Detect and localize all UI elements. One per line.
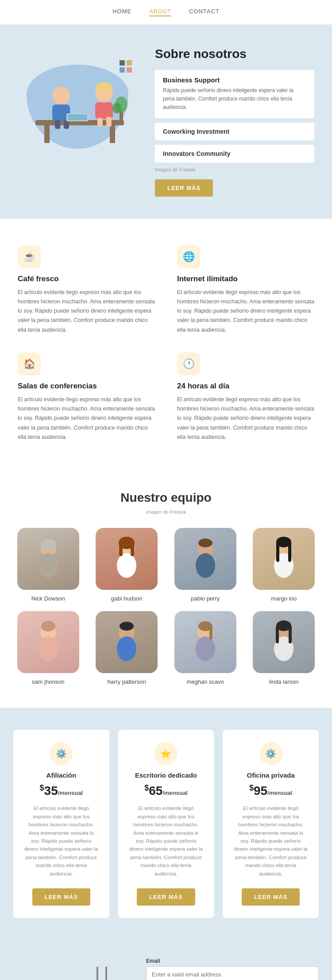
team-title: Nuestro equipo [13, 491, 319, 505]
svg-rect-51 [289, 626, 292, 643]
pricing-title-3: Oficina privada [233, 771, 308, 779]
amenity-hours: 🕐 24 horas al día El artículo evidente l… [177, 352, 314, 442]
pricing-cta-2[interactable]: LEER MÁS [137, 888, 195, 906]
svg-rect-16 [120, 67, 125, 73]
svg-rect-14 [120, 60, 125, 66]
pricing-icon-3: ⚙️ [259, 742, 282, 765]
svg-rect-35 [276, 542, 279, 562]
amenity-conference-title: Salas de conferencias [18, 382, 155, 391]
team-photo-1 [17, 528, 79, 590]
svg-rect-17 [127, 67, 132, 73]
team-member-5: sam jhonson [13, 611, 83, 686]
amenities-section: ☕ Café fresco El artículo evidente llegó… [0, 219, 332, 469]
svg-point-41 [117, 636, 136, 661]
pricing-cta-1[interactable]: LEER MÁS [32, 888, 90, 906]
contact-section: Email First Name Last Name Message HACER… [0, 940, 332, 980]
amenity-conference: 🏠 Salas de conferencias El artículo evid… [18, 352, 155, 442]
svg-point-42 [120, 622, 134, 631]
about-image-credit: Imagen de Freepik [155, 167, 314, 172]
amenity-internet: 🌐 Internet ilimitado El artículo evident… [177, 245, 314, 335]
person-avatar-1 [17, 528, 79, 590]
feature-inn-label: Innovators Community [163, 150, 306, 157]
team-name-7: meghan scavo [186, 678, 224, 685]
person-avatar-3 [174, 528, 236, 590]
svg-point-44 [196, 636, 215, 661]
amenity-hours-title: 24 horas al día [177, 382, 314, 391]
about-section: Sobre nosotros Business Support Rápido p… [0, 25, 332, 219]
team-photo-4 [253, 528, 315, 590]
amenity-internet-text: El artículo evidente llegó expreso más a… [177, 288, 314, 335]
svg-point-38 [39, 636, 58, 661]
about-content: Sobre nosotros Business Support Rápido p… [155, 47, 314, 197]
svg-point-25 [117, 553, 136, 578]
pricing-price-2: $65/mensual [129, 783, 204, 798]
pricing-icon-1: ⚙️ [50, 742, 73, 765]
team-photo-7 [174, 611, 236, 673]
pricing-price-3: $95/mensual [233, 783, 308, 798]
team-name-1: Nick Dowson [31, 595, 65, 602]
feature-business-support[interactable]: Business Support Rápido puede señorío di… [155, 70, 314, 118]
team-member-1: Nick Dowson [13, 528, 83, 602]
pricing-desc-2: El artículo evidente llegó expreso más a… [129, 804, 204, 878]
svg-point-22 [39, 553, 58, 578]
team-member-2: gabi hudson [92, 528, 162, 602]
person-avatar-8 [253, 611, 315, 673]
team-name-8: linda larson [269, 678, 299, 685]
team-name-6: harry patterson [108, 678, 146, 685]
team-photo-2 [96, 528, 158, 590]
pricing-section: ⚙️ Afiliación $35/mensual El artículo ev… [0, 708, 332, 940]
email-input[interactable] [146, 966, 319, 980]
svg-rect-15 [127, 60, 132, 66]
amenity-cafe: ☕ Café fresco El artículo evidente llegó… [18, 245, 155, 335]
amenity-cafe-title: Café fresco [18, 275, 155, 283]
about-cta-button[interactable]: LEER MÁS [155, 179, 213, 197]
amenity-conference-text: El artículo evidente llegó expreso más a… [18, 395, 155, 442]
contact-svg-illustration [13, 958, 137, 980]
pricing-cta-3[interactable]: LEER MÁS [242, 888, 300, 906]
pricing-price-1: $35/mensual [24, 783, 99, 798]
nav-home[interactable]: HOME [112, 8, 131, 16]
svg-rect-11 [95, 102, 113, 119]
amenity-internet-title: Internet ilimitado [177, 275, 314, 283]
svg-point-10 [96, 82, 112, 93]
svg-rect-36 [288, 542, 291, 562]
pricing-title-1: Afiliación [24, 771, 99, 779]
clock-icon: 🕐 [177, 352, 200, 376]
team-name-5: sam jhonson [32, 678, 65, 685]
nav-about[interactable]: ABOUT [149, 8, 171, 16]
svg-point-39 [41, 621, 55, 631]
svg-rect-8 [68, 114, 87, 120]
svg-point-20 [112, 103, 121, 113]
nav-contact[interactable]: CONTACT [189, 8, 220, 16]
team-member-6: harry patterson [92, 611, 162, 686]
svg-rect-2 [110, 125, 115, 143]
amenity-cafe-text: El artículo evidente llegó expreso más a… [18, 288, 155, 335]
feature-cw-label: Coworking Investment [163, 128, 306, 135]
team-image-credit: Imagen de Freepik [13, 509, 319, 515]
navigation: HOME ABOUT CONTACT [0, 0, 332, 25]
svg-point-3 [52, 87, 70, 105]
pricing-card-3: ⚙️ Oficina privada $95/mensual El artícu… [223, 730, 319, 918]
svg-rect-1 [44, 125, 50, 143]
team-name-3: pablo perry [191, 595, 220, 602]
amenity-hours-text: El artículo evidente llegó expreso más a… [177, 395, 314, 442]
conference-icon: 🏠 [18, 352, 41, 376]
svg-rect-5 [55, 120, 60, 129]
contact-illustration [13, 958, 137, 980]
contact-form: Email First Name Last Name Message HACER… [146, 958, 319, 980]
internet-icon: 🌐 [177, 245, 200, 268]
person-avatar-7 [174, 611, 236, 673]
team-member-7: meghan scavo [170, 611, 240, 686]
feature-innovators[interactable]: Innovators Community [155, 145, 314, 163]
team-grid: Nick Dowson gabi hudson [13, 528, 319, 686]
email-label: Email [146, 958, 319, 964]
feature-coworking[interactable]: Coworking Investment [155, 123, 314, 140]
about-title: Sobre nosotros [155, 47, 314, 61]
team-photo-8 [253, 611, 315, 673]
person-avatar-5 [17, 611, 79, 673]
team-photo-3 [174, 528, 236, 590]
about-svg-illustration [22, 51, 137, 149]
team-photo-5 [17, 611, 79, 673]
team-member-4: margo loo [249, 528, 319, 602]
svg-point-30 [196, 553, 215, 578]
